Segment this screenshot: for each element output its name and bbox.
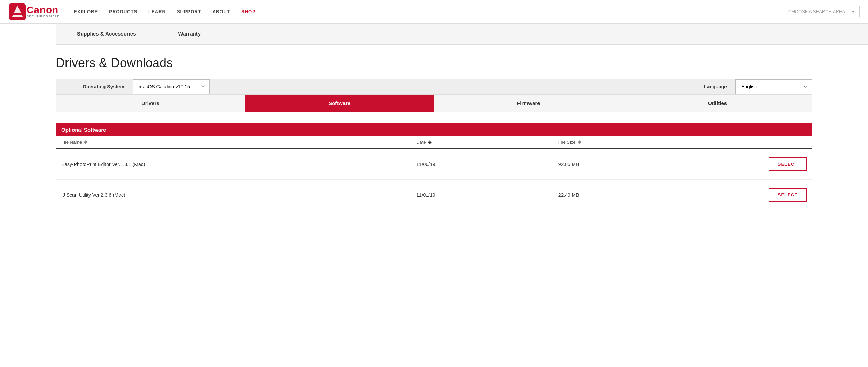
logo-tagline-label: SEE IMPOSSIBLE <box>26 15 60 18</box>
canon-logo-icon <box>8 3 26 21</box>
cat-tab-software[interactable]: Software <box>245 95 434 112</box>
main-nav: EXPLORE PRODUCTS LEARN SUPPORT ABOUT SHO… <box>74 9 783 14</box>
cat-tab-utilities[interactable]: Utilities <box>623 95 812 112</box>
cell-filename-1: Easy-PhotoPrint Editor Ver.1.3.1 (Mac) <box>61 162 416 167</box>
cell-action-1: SELECT <box>700 157 807 171</box>
nav-explore[interactable]: EXPLORE <box>74 9 98 14</box>
table-header: File Name Date File Size <box>56 136 812 149</box>
os-label: Operating System <box>56 79 133 94</box>
logo-canon-label: Canon <box>26 5 60 15</box>
logo-text: Canon SEE IMPOSSIBLE <box>26 5 60 18</box>
logo-area[interactable]: Canon SEE IMPOSSIBLE <box>8 3 60 21</box>
select-button-2[interactable]: SELECT <box>769 188 807 202</box>
svg-rect-2 <box>13 13 22 15</box>
table-row: IJ Scan Utility Ver.2.3.6 (Mac) 11/01/19… <box>56 180 812 210</box>
search-area-placeholder: CHOOSE A SEARCH AREA <box>788 9 845 14</box>
os-select[interactable]: macOS Catalina v10.15 macOS Mojave v10.1… <box>133 79 210 94</box>
header: Canon SEE IMPOSSIBLE EXPLORE PRODUCTS LE… <box>0 0 868 24</box>
section-header: Optional Software <box>56 123 812 136</box>
cell-filename-2: IJ Scan Utility Ver.2.3.6 (Mac) <box>61 192 416 198</box>
sort-date-icon[interactable] <box>428 140 432 144</box>
nav-shop[interactable]: SHOP <box>241 9 256 14</box>
nav-learn[interactable]: LEARN <box>148 9 166 14</box>
nav-support[interactable]: SUPPORT <box>177 9 201 14</box>
optional-software-section: Optional Software File Name Date File Si… <box>56 123 812 210</box>
select-button-1[interactable]: SELECT <box>769 157 807 171</box>
cell-filesize-1: 92.85 MB <box>558 162 700 167</box>
sort-filesize-icon[interactable] <box>578 140 581 144</box>
cell-filesize-2: 22.49 MB <box>558 192 700 198</box>
chevron-down-icon: ▾ <box>852 9 854 14</box>
nav-products[interactable]: PRODUCTS <box>109 9 137 14</box>
tab-warranty[interactable]: Warranty <box>157 24 222 44</box>
cell-action-2: SELECT <box>700 188 807 202</box>
filter-row: Operating System macOS Catalina v10.15 m… <box>56 79 812 95</box>
language-select[interactable]: English French Spanish German Japanese <box>735 79 812 94</box>
col-header-filesize: File Size <box>558 140 700 145</box>
cat-tab-drivers[interactable]: Drivers <box>56 95 245 112</box>
search-area-dropdown[interactable]: CHOOSE A SEARCH AREA ▾ <box>783 6 860 17</box>
secondary-tab-bar: Supplies & Accessories Warranty <box>56 24 868 45</box>
col-header-filename: File Name <box>61 140 416 145</box>
language-label: Language <box>693 79 735 94</box>
category-tabs: Drivers Software Firmware Utilities <box>56 95 812 112</box>
cell-date-1: 11/06/19 <box>416 162 558 167</box>
nav-about[interactable]: ABOUT <box>212 9 230 14</box>
main-content: Drivers & Downloads Operating System mac… <box>0 45 868 221</box>
cell-date-2: 11/01/19 <box>416 192 558 198</box>
page-title: Drivers & Downloads <box>56 56 812 70</box>
sort-filename-icon[interactable] <box>84 140 87 144</box>
tab-supplies-accessories[interactable]: Supplies & Accessories <box>56 24 157 44</box>
col-header-date: Date <box>416 140 558 145</box>
table-row: Easy-PhotoPrint Editor Ver.1.3.1 (Mac) 1… <box>56 149 812 180</box>
cat-tab-firmware[interactable]: Firmware <box>434 95 623 112</box>
